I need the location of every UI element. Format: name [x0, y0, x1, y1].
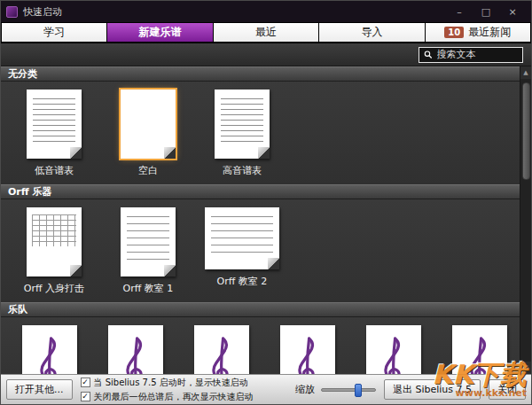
window-controls: – □ ×: [446, 2, 526, 21]
tab-new-score[interactable]: 新建乐谱: [107, 22, 213, 43]
search-row: [1, 43, 531, 66]
score-thumbnail: [108, 325, 163, 374]
template-card-orff-classroom-2[interactable]: Orff 教室 2: [201, 207, 283, 288]
show-on-launch-option[interactable]: 当 Sibelius 7.5 启动时，显示快速启动: [81, 377, 254, 389]
score-thumbnail: [27, 207, 82, 276]
search-icon: [424, 50, 433, 59]
staff-lines-graphic: [127, 216, 169, 262]
show-on-launch-label: 当 Sibelius 7.5 启动时，显示快速启动: [94, 377, 248, 389]
footer-bar: 打开其他... 当 Sibelius 7.5 启动时，显示快速启动 关闭最后一份…: [1, 374, 531, 404]
tab-learn-label: 学习: [43, 25, 65, 40]
treble-clef-icon: [194, 325, 249, 374]
card-row-band: [1, 317, 520, 374]
section-title: Orff 乐器: [8, 185, 52, 199]
score-thumbnail: [452, 325, 507, 374]
startup-options: 当 Sibelius 7.5 启动时，显示快速启动 关闭最后一份总谱后，再次显示…: [81, 377, 254, 403]
tab-learn[interactable]: 学习: [1, 22, 107, 43]
open-other-button[interactable]: 打开其他...: [6, 379, 73, 400]
score-thumbnail: [194, 325, 249, 374]
zoom-label: 缩放: [295, 383, 315, 396]
vertical-scrollbar[interactable]: ▲ ▼: [520, 66, 531, 374]
scroll-down-arrow[interactable]: ▼: [520, 362, 532, 374]
template-sections: 无分类 低音谱表 空白 高音谱表 Orff 乐器: [1, 66, 520, 374]
close-dialog-button[interactable]: 关闭: [489, 379, 526, 400]
tab-import[interactable]: 导入: [319, 22, 425, 43]
template-card-band[interactable]: [442, 325, 516, 374]
template-card-orff-percussion[interactable]: Orff 入身打击: [13, 207, 95, 295]
tab-news-label: 最近新闻: [468, 25, 511, 40]
section-header-band: 乐队: [1, 302, 520, 317]
zoom-control: 缩放: [295, 383, 376, 396]
card-label: 空白: [138, 164, 158, 177]
search-box[interactable]: [419, 47, 523, 63]
show-after-close-checkbox[interactable]: [81, 392, 90, 401]
treble-clef-icon: [22, 325, 77, 374]
news-count-badge: 10: [444, 27, 464, 38]
staff-lines-graphic: [33, 98, 75, 144]
score-thumbnail: [205, 207, 279, 269]
template-card-band[interactable]: [13, 325, 87, 374]
card-row-uncategorized: 低音谱表 空白 高音谱表: [1, 82, 520, 184]
quit-sibelius-button[interactable]: 退出 Sibelius 7.5: [384, 379, 481, 400]
staff-lines-graphic: [211, 216, 273, 255]
section-header-uncategorized: 无分类: [1, 66, 520, 82]
score-thumbnail: [215, 90, 270, 159]
card-row-orff: Orff 入身打击 Orff 教室 1 Orff 教室 2: [1, 199, 520, 302]
staff-lines-graphic: [221, 98, 263, 144]
search-input[interactable]: [437, 49, 519, 60]
score-thumbnail: [280, 325, 335, 374]
treble-clef-icon: [366, 325, 421, 374]
tab-bar: 学习 新建乐谱 最近 导入 10 最近新闻: [1, 22, 531, 43]
score-thumbnail: [121, 90, 176, 159]
zoom-slider[interactable]: [321, 388, 376, 392]
zoom-slider-thumb[interactable]: [355, 384, 362, 397]
show-after-close-option[interactable]: 关闭最后一份总谱后，再次显示快速启动: [81, 391, 254, 403]
score-thumbnail: [22, 325, 77, 374]
template-card-blank[interactable]: 空白: [107, 90, 189, 177]
card-label: Orff 教室 2: [217, 275, 268, 288]
show-on-launch-checkbox[interactable]: [81, 378, 90, 387]
template-card-bass-staff[interactable]: 低音谱表: [13, 90, 95, 177]
close-button[interactable]: ×: [499, 2, 526, 21]
quick-start-window: 快速启动 – □ × 学习 新建乐谱 最近 导入 10 最近新闻 无分类: [0, 0, 532, 405]
treble-clef-icon: [280, 325, 335, 374]
template-browser: 无分类 低音谱表 空白 高音谱表 Orff 乐器: [1, 66, 531, 374]
template-card-band[interactable]: [99, 325, 173, 374]
scroll-up-arrow[interactable]: ▲: [520, 66, 532, 79]
card-label: 低音谱表: [35, 164, 74, 177]
template-card-treble-staff[interactable]: 高音谱表: [201, 90, 283, 177]
card-label: Orff 教室 1: [123, 282, 174, 295]
titlebar: 快速启动 – □ ×: [1, 1, 531, 22]
treble-clef-icon: [108, 325, 163, 374]
card-label: 高音谱表: [223, 164, 262, 177]
template-card-orff-classroom-1[interactable]: Orff 教室 1: [107, 207, 189, 295]
show-after-close-label: 关闭最后一份总谱后，再次显示快速启动: [94, 391, 254, 403]
template-card-band[interactable]: [185, 325, 259, 374]
section-title: 乐队: [8, 303, 27, 316]
tab-news[interactable]: 10 最近新闻: [426, 22, 531, 43]
tab-recent-label: 最近: [255, 25, 277, 40]
app-icon: [6, 6, 18, 18]
template-card-band[interactable]: [356, 325, 430, 374]
score-thumbnail: [121, 207, 176, 276]
score-thumbnail: [27, 90, 82, 159]
template-card-band[interactable]: [270, 325, 344, 374]
section-header-orff: Orff 乐器: [1, 184, 520, 199]
tab-new-score-label: 新建乐谱: [139, 25, 182, 40]
tab-recent[interactable]: 最近: [214, 22, 319, 43]
tab-import-label: 导入: [361, 25, 382, 40]
treble-clef-icon: [452, 325, 507, 374]
section-title: 无分类: [8, 67, 37, 81]
window-title: 快速启动: [23, 5, 62, 19]
tablature-grid-graphic: [32, 214, 76, 246]
scrollbar-thumb[interactable]: [522, 82, 530, 180]
card-label: Orff 入身打击: [24, 282, 84, 295]
score-thumbnail: [366, 325, 421, 374]
maximize-button[interactable]: □: [473, 2, 499, 21]
minimize-button[interactable]: –: [446, 2, 473, 21]
